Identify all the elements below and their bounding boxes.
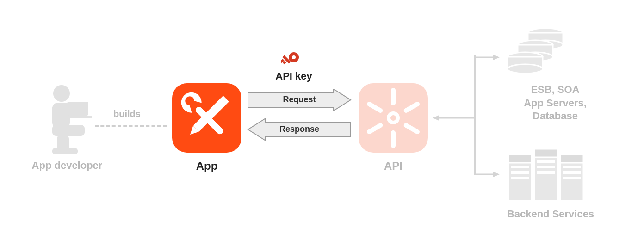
svg-rect-52 [560, 154, 583, 163]
backend-branch-vertical [474, 55, 476, 174]
svg-marker-16 [248, 89, 351, 111]
builds-edge [95, 125, 167, 127]
developer-label: App developer [25, 160, 109, 172]
backend-to-api-arrow [433, 114, 474, 122]
svg-rect-22 [403, 122, 421, 135]
tools-icon [172, 83, 242, 153]
svg-point-12 [292, 55, 296, 59]
backend-branch-to-servers-arrow [474, 171, 500, 178]
svg-rect-20 [391, 88, 396, 105]
servers-label: Backend Services [493, 208, 608, 220]
person-laptop-icon [35, 83, 99, 155]
svg-rect-25 [366, 101, 384, 114]
server-rack-icon [507, 148, 585, 203]
svg-rect-45 [511, 177, 529, 179]
svg-rect-44 [511, 171, 529, 174]
svg-rect-6 [64, 116, 92, 118]
api-tile [359, 83, 428, 153]
backend-branch-to-db-arrow [474, 54, 500, 61]
svg-rect-23 [391, 130, 396, 148]
svg-rect-5 [67, 102, 88, 116]
svg-rect-43 [511, 166, 529, 168]
svg-rect-42 [508, 154, 532, 163]
app-tile [172, 83, 242, 153]
svg-rect-54 [563, 171, 581, 174]
hub-icon [359, 83, 428, 153]
svg-marker-31 [493, 172, 500, 177]
svg-rect-21 [403, 101, 421, 114]
key-icon [281, 51, 300, 69]
svg-point-0 [53, 85, 70, 102]
apikey-label: API key [266, 70, 322, 82]
request-arrow [247, 89, 352, 111]
svg-rect-4 [52, 148, 78, 154]
builds-edge-label: builds [113, 109, 141, 119]
svg-marker-17 [248, 118, 351, 141]
svg-marker-27 [433, 115, 439, 121]
svg-rect-55 [563, 177, 581, 179]
svg-point-40 [508, 64, 543, 74]
svg-point-19 [390, 115, 396, 121]
svg-rect-2 [52, 125, 85, 136]
app-label: App [172, 160, 242, 172]
svg-rect-7 [193, 98, 227, 132]
svg-rect-53 [563, 166, 581, 168]
svg-rect-47 [534, 149, 557, 157]
svg-rect-24 [366, 122, 384, 135]
api-label: API [359, 160, 428, 172]
response-arrow [247, 118, 352, 141]
svg-marker-29 [493, 55, 500, 60]
db-label: ESB, SOA App Servers, Database [497, 83, 613, 123]
svg-rect-50 [537, 171, 555, 174]
svg-rect-48 [537, 160, 555, 163]
database-stack-icon [507, 25, 567, 76]
svg-rect-49 [537, 166, 555, 168]
